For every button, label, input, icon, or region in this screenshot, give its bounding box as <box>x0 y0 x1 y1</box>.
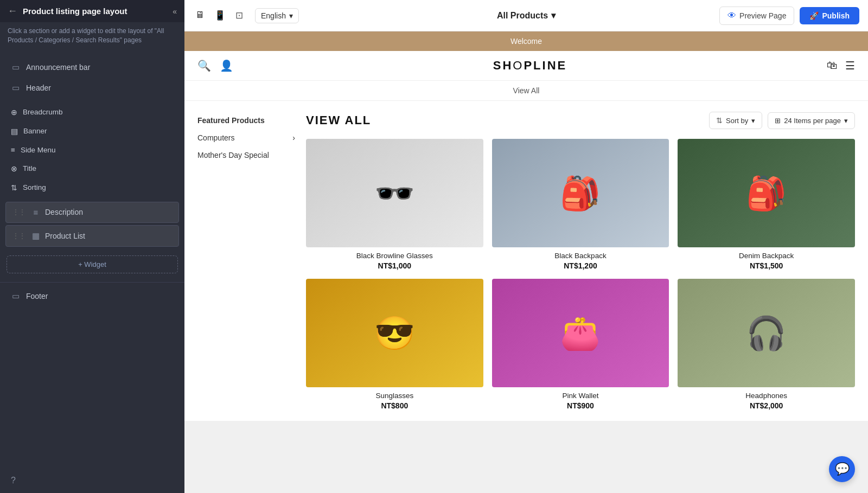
page-title-chevron: ▾ <box>551 10 556 21</box>
drag-handle-description: ⋮⋮ <box>12 208 25 216</box>
sort-chevron-icon: ▾ <box>751 117 755 125</box>
language-label: English <box>261 11 286 20</box>
product-price: NT$2,000 <box>678 401 855 410</box>
announcement-icon: ▭ <box>11 62 21 72</box>
desktop-icon[interactable]: 🖥 <box>193 8 207 23</box>
tablet-icon[interactable]: 📱 <box>212 8 228 23</box>
nav-featured-products[interactable]: Featured Products <box>197 112 295 129</box>
cart-icon[interactable]: 🛍 <box>827 59 838 72</box>
sort-icon: ⇅ <box>716 116 723 125</box>
footer-icon: ▭ <box>11 291 21 301</box>
product-grid: 🕶️ Black Browline Glasses NT$1,000 🎒 Bla… <box>306 139 855 410</box>
shop-preview: Welcome 🔍 👤 SHOPLINE 🛍 ☰ View All <box>184 31 868 421</box>
rocket-icon: 🚀 <box>809 11 819 20</box>
product-image: 🎒 <box>678 139 855 247</box>
sorting-icon: ⇅ <box>11 183 17 192</box>
lang-chevron-icon: ▾ <box>289 11 293 20</box>
preview-area: Welcome 🔍 👤 SHOPLINE 🛍 ☰ View All <box>184 31 868 493</box>
top-bar: 🖥 📱 ⊡ English ▾ All Products ▾ 👁 Preview… <box>184 0 868 31</box>
add-widget-button[interactable]: + Widget <box>7 255 178 273</box>
product-price: NT$900 <box>492 401 669 410</box>
product-list-icon: ▦ <box>31 231 41 241</box>
product-toolbar: VIEW ALL ⇅ Sort by ▾ ⊞ 24 Items per page… <box>306 112 855 129</box>
shop-header: 🔍 👤 SHOPLINE 🛍 ☰ <box>184 51 868 81</box>
chat-button[interactable]: 💬 <box>829 456 855 482</box>
product-price: NT$1,000 <box>306 261 483 270</box>
header-left-icons: 🔍 👤 <box>197 59 233 72</box>
product-name: Black Browline Glasses <box>306 252 483 260</box>
sidebar-item-announcement-bar[interactable]: ▭ Announcement bar <box>0 57 184 78</box>
search-icon[interactable]: 🔍 <box>197 59 211 72</box>
description-icon: ≡ <box>31 208 41 217</box>
sidebar-title: Product listing page layout <box>23 7 167 16</box>
sidebar-item-side-menu[interactable]: ≡ Side Menu <box>0 141 184 159</box>
main-content: 🖥 📱 ⊡ English ▾ All Products ▾ 👁 Preview… <box>184 0 868 493</box>
product-card[interactable]: 🎒 Black Backpack NT$1,200 <box>492 139 669 270</box>
top-bar-actions: 👁 Preview Page 🚀 Publish <box>719 7 859 25</box>
toolbar-right: ⇅ Sort by ▾ ⊞ 24 Items per page ▾ <box>709 112 855 129</box>
sidebar-item-breadcrumb[interactable]: ⊕ Breadcrumb <box>0 103 184 121</box>
chat-icon: 💬 <box>835 462 850 476</box>
product-image: 😎 <box>306 279 483 387</box>
nav-mothers-day[interactable]: Mother's Day Special <box>197 146 295 164</box>
sidebar-item-product-list[interactable]: ⋮⋮ ▦ Product List <box>5 225 179 247</box>
sidebar-item-header[interactable]: ▭ Header <box>0 78 184 98</box>
user-icon[interactable]: 👤 <box>220 59 233 72</box>
section-list: ▭ Announcement bar ▭ Header ⊕ Breadcrumb… <box>0 52 184 471</box>
product-card[interactable]: 🎒 Denim Backpack NT$1,500 <box>678 139 855 270</box>
breadcrumb-icon: ⊕ <box>11 108 17 117</box>
per-page-chevron-icon: ▾ <box>844 117 848 125</box>
announcement-bar: Welcome <box>184 31 868 51</box>
product-name: Headphones <box>678 392 855 400</box>
device-switcher: 🖥 📱 ⊡ <box>193 8 245 23</box>
product-name: Pink Wallet <box>492 392 669 400</box>
sidebar-subtitle: Click a section or add a widget to edit … <box>0 22 184 52</box>
product-name: Denim Backpack <box>678 252 855 260</box>
preview-button[interactable]: 👁 Preview Page <box>719 7 794 25</box>
page-title: All Products ▾ <box>497 10 556 21</box>
banner-icon: ▤ <box>11 127 18 136</box>
title-icon: ⊗ <box>11 164 17 173</box>
sidebar-header: ← Product listing page layout « <box>0 0 184 22</box>
product-price: NT$1,200 <box>492 261 669 270</box>
sidebar-item-description[interactable]: ⋮⋮ ≡ Description <box>5 202 179 223</box>
product-layout: Featured Products Computers › Mother's D… <box>184 101 868 421</box>
view-all-bar: View All <box>184 81 868 101</box>
back-button[interactable]: ← <box>8 5 17 17</box>
collapse-button[interactable]: « <box>173 7 177 16</box>
product-name: Black Backpack <box>492 252 669 260</box>
custom-icon[interactable]: ⊡ <box>233 8 245 23</box>
computers-chevron-icon: › <box>292 133 295 142</box>
product-price: NT$1,500 <box>678 261 855 270</box>
sidebar-item-footer[interactable]: ▭ Footer <box>0 286 184 306</box>
eye-icon: 👁 <box>727 11 736 21</box>
product-card[interactable]: 🕶️ Black Browline Glasses NT$1,000 <box>306 139 483 270</box>
shop-logo: SHOPLINE <box>233 59 827 73</box>
grid-icon: ⊞ <box>775 117 781 125</box>
product-image: 🕶️ <box>306 139 483 247</box>
product-main: VIEW ALL ⇅ Sort by ▾ ⊞ 24 Items per page… <box>306 112 855 410</box>
menu-icon[interactable]: ☰ <box>845 59 855 72</box>
product-name: Sunglasses <box>306 392 483 400</box>
header-right-icons: 🛍 ☰ <box>827 59 855 72</box>
side-menu-icon: ≡ <box>11 146 15 154</box>
sidebar-item-sorting[interactable]: ⇅ Sorting <box>0 178 184 197</box>
sidebar-item-banner[interactable]: ▤ Banner <box>0 122 184 140</box>
drag-handle-product-list: ⋮⋮ <box>12 232 25 240</box>
category-nav: Featured Products Computers › Mother's D… <box>197 112 295 410</box>
per-page-dropdown[interactable]: ⊞ 24 Items per page ▾ <box>768 112 855 129</box>
help-button[interactable]: ? <box>0 471 184 490</box>
product-page-title: VIEW ALL <box>306 113 709 127</box>
product-price: NT$800 <box>306 401 483 410</box>
nav-computers[interactable]: Computers › <box>197 129 295 146</box>
product-image: 👛 <box>492 279 669 387</box>
product-card[interactable]: 👛 Pink Wallet NT$900 <box>492 279 669 410</box>
publish-button[interactable]: 🚀 Publish <box>800 7 859 24</box>
product-card[interactable]: 😎 Sunglasses NT$800 <box>306 279 483 410</box>
product-card[interactable]: 🎧 Headphones NT$2,000 <box>678 279 855 410</box>
sort-dropdown[interactable]: ⇅ Sort by ▾ <box>709 112 762 129</box>
language-selector[interactable]: English ▾ <box>255 8 299 23</box>
left-sidebar: ← Product listing page layout « Click a … <box>0 0 184 493</box>
product-image: 🎒 <box>492 139 669 247</box>
sidebar-item-title[interactable]: ⊗ Title <box>0 159 184 178</box>
